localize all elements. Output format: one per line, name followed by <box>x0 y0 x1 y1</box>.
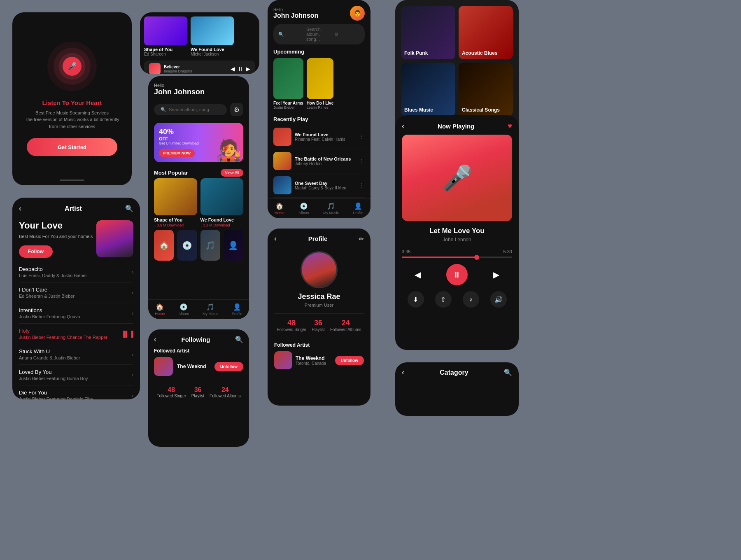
mini-player-avatar <box>149 63 161 74</box>
profile-card: ‹ Profile ✏ Jessica Rae Premium User 48 … <box>268 229 370 406</box>
more-options-button-3[interactable]: ⋮ <box>359 182 365 189</box>
next-button[interactable]: ▶ <box>493 270 499 280</box>
search-bar-full[interactable]: 🔍 Search album, song... ⚙ <box>273 24 365 44</box>
progress-track[interactable] <box>402 257 512 258</box>
nav-home[interactable]: 🏠 Home <box>275 202 284 215</box>
followed-artists-section: Followed Artist The Weeknd Unfollow 48 F… <box>148 348 249 398</box>
edit-button[interactable]: ✏ <box>359 236 364 242</box>
profile-header: ‹ Profile ✏ <box>268 229 370 247</box>
search-card: Hello John Johnson 👨 🔍 Search album, son… <box>268 0 370 218</box>
premium-now-button[interactable]: PREMIUM NOW <box>159 149 195 157</box>
pause-button[interactable]: ⏸ <box>238 65 243 72</box>
nav-my-music[interactable]: 🎵 My Music <box>203 303 218 316</box>
filter-button[interactable]: ⚙ <box>230 103 243 116</box>
recent-item-1[interactable]: We Found Love Rihanna Feat. Calvin Harri… <box>273 125 365 149</box>
search-button[interactable]: 🔍 <box>125 205 133 212</box>
song-item[interactable]: Die For You Justin Bieber Featuring Domi… <box>19 385 133 399</box>
song-item[interactable]: Intentions Justin Bieber Featuring Quavo… <box>19 303 133 324</box>
back-button[interactable]: ‹ <box>402 368 404 377</box>
mini-player-bar: Believer Imagine Dragons ◀ ⏸ ▶ <box>144 61 255 74</box>
more-options-button-2[interactable]: ⋮ <box>359 158 365 164</box>
song-item-playing[interactable]: Holy Justin Bieber Featuring Chance The … <box>19 324 133 344</box>
pause-play-button[interactable]: ⏸ <box>446 264 468 285</box>
mic-button[interactable]: 🎤 <box>63 57 82 76</box>
now-playing-song-title: Let Me Love You <box>395 227 519 235</box>
share-icon: ⇧ <box>440 296 446 303</box>
now-playing-progress: 3:35 5:30 <box>395 249 519 258</box>
song-item[interactable]: Stuck With U Ariana Grande & Justin Bieb… <box>19 344 133 365</box>
song-item[interactable]: I Don't Care Ed Sheeran & Justin Bieber … <box>19 282 133 303</box>
nav-profile[interactable]: 👤 Profile <box>353 202 364 215</box>
download-icon: ⬇ <box>413 296 418 303</box>
category-acoustic-blues[interactable]: Acoustic Blues <box>459 6 513 59</box>
share-button[interactable]: ⇧ <box>435 291 452 308</box>
category-bottom-card: ‹ Catagory 🔍 <box>395 362 519 416</box>
more-options-button-1[interactable]: ⋮ <box>359 133 365 140</box>
pf-unfollow-button[interactable]: Unfollow <box>335 356 364 365</box>
nav-home[interactable]: 🏠 Home <box>155 303 165 316</box>
unfollow-button[interactable]: Unfollow <box>214 362 243 371</box>
nav-profile[interactable]: 👤 Profile <box>232 303 242 316</box>
upcoming-artist-2: Leann Rimes <box>307 105 334 110</box>
music-note-icon: 🎵 <box>205 240 215 250</box>
heart-icon[interactable]: ♥ <box>508 122 512 131</box>
mini-thumb-2 <box>191 16 234 45</box>
prev-button[interactable]: ◀ <box>231 65 235 72</box>
popular-item-1[interactable]: Shape of You ↓ 3.5 M Download <box>154 178 197 227</box>
nav-home-label: Home <box>275 211 284 215</box>
popular-grid: Shape of You ↓ 3.5 M Download We Found L… <box>148 178 249 227</box>
artist-name: Your Love <box>19 220 96 231</box>
popular-item-2[interactable]: We Found Love ↓ 3.2 M Download <box>200 178 244 227</box>
stat-followed-singer: 48 Followed Singer <box>156 386 186 398</box>
category-folk-punk[interactable]: Folk Punk <box>401 6 455 59</box>
search-bar[interactable]: 🔍 Search album, song... <box>154 104 227 115</box>
song-item[interactable]: Loved By You Justin Bieber Featuring Bur… <box>19 365 133 385</box>
follow-button[interactable]: Follow <box>19 245 53 258</box>
mic-icon: 🎤 <box>68 62 77 71</box>
upcoming-thumb-2 <box>307 58 334 99</box>
song-item[interactable]: Despacito Luis Fonsi, Daddy & Justin Bie… <box>19 262 133 282</box>
song-artists: Luis Fonsi, Daddy & Justin Bieber <box>19 273 132 278</box>
promo-grid-item-1[interactable]: 🏠 <box>154 230 174 261</box>
user-avatar: 👨 <box>350 6 365 21</box>
song-title: I Don't Care <box>19 287 132 293</box>
chevron-right-icon: › <box>132 310 133 316</box>
promo-grid-item-3[interactable]: 🎵 <box>200 230 220 261</box>
nav-album[interactable]: 💿 Album <box>298 202 309 215</box>
home-icon: 🏠 <box>275 202 284 210</box>
nav-my-music[interactable]: 🎵 My Music <box>323 202 339 215</box>
nav-album[interactable]: 💿 Album <box>178 303 189 316</box>
get-started-button[interactable]: Get Started <box>27 138 117 156</box>
back-button[interactable]: ‹ <box>154 335 156 344</box>
nav-my-music-label: My Music <box>203 312 218 316</box>
search-button[interactable]: 🔍 <box>504 369 512 376</box>
promo-grid-item-4[interactable]: 👤 <box>224 230 243 261</box>
download-button[interactable]: ⬇ <box>408 291 424 308</box>
back-button[interactable]: ‹ <box>19 204 21 213</box>
category-classical-songs[interactable]: Classical Songs <box>459 63 513 116</box>
nav-profile-label: Profile <box>353 211 364 215</box>
title-highlight: Heart <box>86 99 102 106</box>
upcoming-card-1[interactable]: Feel Your Arms Justin Bieber <box>273 58 303 110</box>
home-username: John Johnson <box>154 88 243 96</box>
song-item-info: I Don't Care Ed Sheeran & Justin Bieber <box>19 287 132 299</box>
view-all-button[interactable]: View All <box>221 169 243 177</box>
music-note-icon: ♪ <box>469 296 473 303</box>
promo-grid-item-2[interactable]: 💿 <box>177 230 197 261</box>
home-card: Hello John Johnson 🔍 Search album, song.… <box>148 76 249 319</box>
back-button[interactable]: ‹ <box>274 234 277 243</box>
recent-thumb-2 <box>273 152 291 170</box>
recent-item-3[interactable]: One Sweet Day Mariah Carey & Boyz II Men… <box>273 173 365 198</box>
category-blues-music[interactable]: Blues Music <box>401 63 455 116</box>
previous-button[interactable]: ◀ <box>415 270 421 280</box>
upcoming-info-2: How Do I Live Leann Rimes <box>307 101 334 110</box>
profile-icon: 👤 <box>233 303 241 311</box>
volume-button[interactable]: 🔊 <box>490 291 507 308</box>
music-button[interactable]: ♪ <box>463 291 479 308</box>
artist-hero-section: Your Love Best Music For You and your ho… <box>12 216 140 262</box>
search-button[interactable]: 🔍 <box>235 336 243 343</box>
back-button[interactable]: ‹ <box>402 122 404 131</box>
next-button[interactable]: ▶ <box>246 65 250 72</box>
recent-item-2[interactable]: The Battle of New Orleans Johnny Horton … <box>273 149 365 173</box>
upcoming-card-2[interactable]: How Do I Live Leann Rimes <box>307 58 334 110</box>
